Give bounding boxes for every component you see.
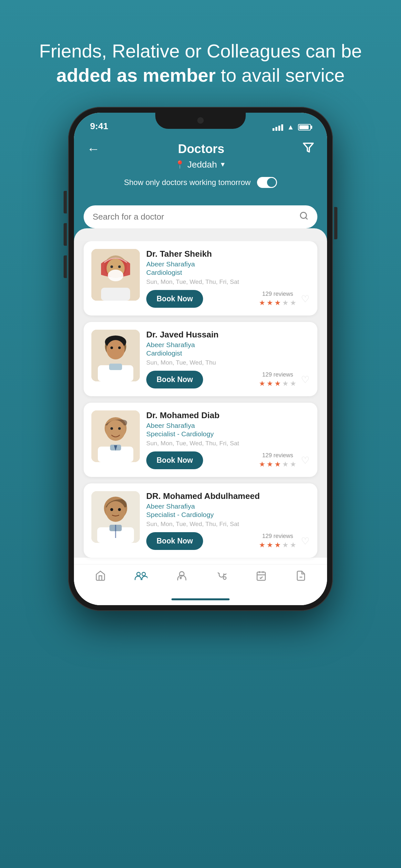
star-5: ★	[290, 299, 297, 307]
nav-members[interactable]	[135, 570, 148, 584]
svg-point-7	[111, 266, 113, 268]
doctor-avatar	[91, 410, 140, 462]
card-bottom: Book Now 129 reviews ★ ★ ★ ★ ★	[146, 290, 310, 308]
svg-rect-38	[257, 572, 266, 580]
members-icon	[135, 570, 148, 584]
doctor-specialty: Specialist - Cardiology	[146, 511, 310, 519]
home-indicator	[74, 593, 327, 605]
doctor-hospital: Abeer Sharafiya	[146, 422, 310, 430]
doctor-days: Sun, Mon, Tue, Wed, Thu, Fri, Sat	[146, 521, 310, 528]
search-container	[74, 206, 327, 228]
book-now-button[interactable]: Book Now	[146, 290, 203, 308]
stars: ★ ★ ★ ★ ★	[259, 299, 297, 307]
doctors-icon: +	[176, 570, 187, 584]
doctor-card: Dr. Mohamed Diab Abeer Sharafiya Special…	[84, 403, 317, 477]
nav-home[interactable]	[95, 570, 106, 584]
stars: ★ ★ ★ ★ ★	[259, 379, 297, 388]
promo-line1: Friends, Relative or Colleagues can be	[39, 40, 362, 61]
star-4: ★	[282, 541, 289, 549]
nav-appointments[interactable]	[256, 570, 267, 584]
doctors-list: Dr. Taher Sheikh Abeer Sharafiya Cardiol…	[74, 241, 327, 558]
doctor-name: DR. Mohamed Abdulhameed	[146, 491, 310, 501]
card-bottom: Book Now 129 reviews ★ ★ ★ ★ ★	[146, 532, 310, 550]
nav-stethoscope[interactable]	[216, 570, 227, 584]
svg-point-33	[136, 572, 140, 576]
filter-button[interactable]	[303, 142, 314, 156]
promo-bold: added as member	[57, 65, 216, 86]
battery-fill	[299, 125, 309, 129]
favorite-button[interactable]: ♡	[301, 455, 310, 466]
search-bar	[84, 206, 317, 228]
tomorrow-toggle[interactable]	[257, 177, 277, 188]
search-icon	[299, 211, 308, 222]
wifi-icon: ▲	[287, 123, 294, 131]
star-1: ★	[259, 460, 266, 469]
star-2: ★	[267, 299, 273, 307]
svg-point-8	[118, 266, 121, 268]
phone-mockup: 9:41 ▲ ← Doc	[68, 107, 333, 611]
toggle-row: Show only doctors working tomorrow	[87, 177, 314, 188]
star-4: ★	[282, 299, 289, 307]
reviews-count: 129 reviews	[262, 533, 293, 539]
reviews-heart: 129 reviews ★ ★ ★ ★ ★ ♡	[259, 452, 310, 469]
doctor-name: Dr. Mohamed Diab	[146, 410, 310, 421]
card-bottom: Book Now 129 reviews ★ ★ ★ ★ ★	[146, 371, 310, 389]
svg-line-2	[305, 217, 307, 219]
nav-doctors[interactable]: +	[176, 570, 187, 584]
reviews-heart: 129 reviews ★ ★ ★ ★ ★ ♡	[259, 290, 310, 307]
doctor-hospital: Abeer Sharafiya	[146, 260, 310, 268]
star-3: ★	[274, 379, 281, 388]
doctor-name: Dr. Taher Sheikh	[146, 249, 310, 259]
card-bottom: Book Now 129 reviews ★ ★ ★ ★ ★	[146, 452, 310, 469]
star-3: ★	[274, 541, 281, 549]
star-4: ★	[282, 460, 289, 469]
bottom-navigation: +	[74, 564, 327, 593]
camera-notch	[197, 117, 204, 124]
star-2: ★	[267, 379, 273, 388]
star-4: ★	[282, 379, 289, 388]
svg-text:+: +	[180, 577, 181, 580]
doctor-days: Sun, Mon, Tue, Wed, Thu, Fri, Sat	[146, 278, 310, 285]
reviews-count: 129 reviews	[262, 290, 293, 298]
star-5: ★	[290, 460, 297, 469]
doctor-info: Dr. Javed Hussain Abeer Sharafiya Cardio…	[146, 330, 310, 389]
book-now-button[interactable]: Book Now	[146, 532, 203, 550]
reviews-heart: 129 reviews ★ ★ ★ ★ ★ ♡	[259, 371, 310, 388]
status-time: 9:41	[90, 121, 108, 131]
svg-point-21	[111, 427, 113, 430]
app-header-top: ← Doctors	[87, 142, 314, 156]
signal-bar-2	[275, 127, 277, 131]
doctor-days: Sun, Mon, Tue, Wed, Thu, Fri, Sat	[146, 440, 310, 447]
svg-point-37	[223, 577, 226, 580]
star-2: ★	[267, 460, 273, 469]
doctor-hospital: Abeer Sharafiya	[146, 341, 310, 349]
back-button[interactable]: ←	[87, 142, 100, 156]
favorite-button[interactable]: ♡	[301, 293, 310, 305]
svg-point-28	[111, 508, 113, 511]
doctor-card: Dr. Taher Sheikh Abeer Sharafiya Cardiol…	[84, 241, 317, 315]
book-now-button[interactable]: Book Now	[146, 371, 203, 389]
star-3: ★	[274, 299, 281, 307]
reviews-col: 129 reviews ★ ★ ★ ★ ★	[259, 290, 297, 307]
favorite-button[interactable]: ♡	[301, 535, 310, 547]
favorite-button[interactable]: ♡	[301, 374, 310, 385]
star-1: ★	[259, 299, 266, 307]
star-3: ★	[274, 460, 281, 469]
reviews-col: 129 reviews ★ ★ ★ ★ ★	[259, 452, 297, 469]
location-text[interactable]: Jeddah	[187, 159, 217, 170]
search-input[interactable]	[93, 212, 294, 222]
toggle-label: Show only doctors working tomorrow	[124, 178, 251, 187]
doctor-card: Dr. Javed Hussain Abeer Sharafiya Cardio…	[84, 322, 317, 396]
svg-point-27	[106, 501, 125, 522]
book-now-button[interactable]: Book Now	[146, 452, 203, 469]
curve-separator	[74, 228, 327, 241]
svg-marker-0	[304, 143, 313, 152]
app-header: ← Doctors 📍 Jeddah ▼ Show only doctors w…	[74, 135, 327, 206]
doctor-avatar	[91, 491, 140, 543]
doctor-info: Dr. Mohamed Diab Abeer Sharafiya Special…	[146, 410, 310, 469]
doctor-photo	[91, 410, 140, 462]
doctor-name: Dr. Javed Hussain	[146, 330, 310, 340]
page-title: Doctors	[178, 142, 224, 156]
status-icons: ▲	[273, 123, 311, 131]
nav-reports[interactable]	[296, 570, 306, 584]
